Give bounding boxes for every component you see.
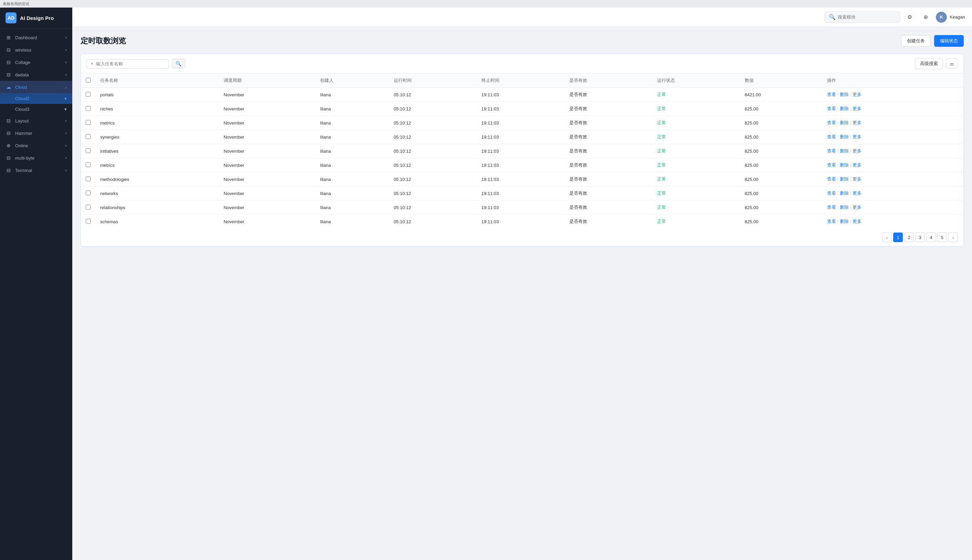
sidebar-item-multi-byte[interactable]: ⊟ multi-byte ▾ bbox=[0, 152, 72, 164]
page-button-2[interactable]: 2 bbox=[904, 233, 914, 242]
settings-button[interactable]: ⚙ bbox=[904, 12, 915, 23]
row-checkbox-cell[interactable] bbox=[81, 158, 95, 172]
action-view[interactable]: 查看 bbox=[827, 92, 836, 98]
col-valid: 是否有效 bbox=[564, 73, 652, 88]
action-more[interactable]: 更多 bbox=[853, 134, 862, 140]
sidebar-item-wireless[interactable]: ⊟ wireless ▾ bbox=[0, 44, 72, 56]
action-more[interactable]: 更多 bbox=[853, 162, 862, 168]
action-view[interactable]: 查看 bbox=[827, 162, 836, 168]
row-checkbox-cell[interactable] bbox=[81, 172, 95, 187]
page-next-button[interactable]: › bbox=[948, 233, 958, 242]
action-view[interactable]: 查看 bbox=[827, 120, 836, 126]
row-checkbox-cell[interactable] bbox=[81, 187, 95, 200]
action-view[interactable]: 查看 bbox=[827, 134, 836, 140]
action-more[interactable]: 更多 bbox=[853, 148, 862, 154]
action-more[interactable]: 更多 bbox=[853, 176, 862, 182]
action-delete[interactable]: 删除 bbox=[840, 190, 849, 197]
row-checkbox[interactable] bbox=[86, 177, 90, 181]
row-name: metrics bbox=[95, 116, 219, 130]
action-more[interactable]: 更多 bbox=[853, 204, 862, 210]
action-delete[interactable]: 删除 bbox=[840, 204, 849, 210]
page-button-1[interactable]: 1 bbox=[893, 233, 903, 242]
action-view[interactable]: 查看 bbox=[827, 176, 836, 182]
user-area[interactable]: K Keagan bbox=[936, 12, 965, 23]
sidebar-item-layout[interactable]: ⊟ Layout ▾ bbox=[0, 115, 72, 127]
action-more[interactable]: 更多 bbox=[853, 120, 862, 126]
action-delete[interactable]: 删除 bbox=[840, 106, 849, 112]
create-task-button[interactable]: 创建任务 bbox=[901, 35, 931, 47]
select-all-cell[interactable] bbox=[81, 73, 95, 88]
filter-search-button[interactable]: 🔍 bbox=[172, 59, 185, 68]
row-checkbox-cell[interactable] bbox=[81, 215, 95, 229]
sidebar-item-cloud[interactable]: ☁ Cloud ▴ bbox=[0, 81, 72, 93]
sidebar-item-collage[interactable]: ⊟ Collage ▾ bbox=[0, 56, 72, 68]
row-checkbox-cell[interactable] bbox=[81, 102, 95, 116]
sidebar-item-cloud2[interactable]: Cloud2 ▾ bbox=[0, 93, 72, 104]
action-more[interactable]: 更多 bbox=[853, 218, 862, 225]
action-more[interactable]: 更多 bbox=[853, 106, 862, 112]
sidebar-item-online[interactable]: ⊕ Online ▾ bbox=[0, 139, 72, 152]
action-view[interactable]: 查看 bbox=[827, 148, 836, 154]
chevron-icon: ▾ bbox=[65, 119, 67, 123]
action-delete[interactable]: 删除 bbox=[840, 120, 849, 126]
action-view[interactable]: 查看 bbox=[827, 106, 836, 112]
action-view[interactable]: 查看 bbox=[827, 190, 836, 197]
row-value: 825.00 bbox=[740, 158, 822, 172]
row-checkbox-cell[interactable] bbox=[81, 200, 95, 215]
action-delete[interactable]: 删除 bbox=[840, 148, 849, 154]
row-checkbox[interactable] bbox=[86, 162, 90, 167]
action-more[interactable]: 更多 bbox=[853, 190, 862, 197]
action-delete[interactable]: 删除 bbox=[840, 176, 849, 182]
task-name-input[interactable] bbox=[96, 61, 165, 67]
advanced-search-button[interactable]: 高级搜索 bbox=[915, 58, 943, 69]
row-checkbox[interactable] bbox=[86, 106, 90, 111]
row-checkbox[interactable] bbox=[86, 205, 90, 210]
filter-input-wrap[interactable]: ▼ bbox=[87, 59, 169, 68]
sidebar-item-label: Layout bbox=[15, 118, 65, 123]
sidebar-logo: AD AI Design Pro bbox=[0, 8, 72, 28]
row-checkbox[interactable] bbox=[86, 190, 90, 195]
search-input[interactable] bbox=[838, 15, 895, 20]
sidebar-item-hammer[interactable]: ⊟ Hammer ▾ bbox=[0, 127, 72, 139]
row-checkbox[interactable] bbox=[86, 134, 90, 139]
add-button[interactable]: ⊕ bbox=[920, 12, 931, 23]
action-delete[interactable]: 删除 bbox=[840, 92, 849, 98]
page-button-5[interactable]: 5 bbox=[937, 233, 947, 242]
row-checkbox-cell[interactable] bbox=[81, 144, 95, 158]
action-sep: | bbox=[850, 204, 851, 210]
action-delete[interactable]: 删除 bbox=[840, 134, 849, 140]
edit-status-button[interactable]: 编辑状态 bbox=[934, 35, 964, 47]
row-checkbox[interactable] bbox=[86, 120, 90, 125]
hammer-icon: ⊟ bbox=[5, 130, 12, 136]
app-container: AD AI Design Pro ⊞ Dashboard ▾ ⊟ wireles… bbox=[0, 8, 972, 560]
action-delete[interactable]: 删除 bbox=[840, 218, 849, 225]
row-checkbox-cell[interactable] bbox=[81, 116, 95, 130]
action-view[interactable]: 查看 bbox=[827, 204, 836, 210]
sidebar-item-cloud3[interactable]: Cloud3 ▾ bbox=[0, 104, 72, 115]
page-button-4[interactable]: 4 bbox=[926, 233, 936, 242]
select-all-checkbox[interactable] bbox=[86, 78, 90, 83]
col-status: 运行状态 bbox=[652, 73, 740, 88]
table-row: networks November Iliana 05:10:12 19:11:… bbox=[81, 187, 964, 200]
action-view[interactable]: 查看 bbox=[827, 218, 836, 225]
row-name: initiatives bbox=[95, 144, 219, 158]
row-checkbox[interactable] bbox=[86, 148, 90, 153]
action-sep: | bbox=[837, 162, 838, 168]
action-more[interactable]: 更多 bbox=[853, 92, 862, 98]
row-endtime: 19:11:03 bbox=[477, 158, 564, 172]
row-checkbox[interactable] bbox=[86, 219, 90, 223]
search-box[interactable]: 🔍 bbox=[824, 12, 900, 23]
row-checkbox-cell[interactable] bbox=[81, 88, 95, 102]
sidebar-item-dadata[interactable]: ⊟ dadata ▾ bbox=[0, 68, 72, 81]
cloud3-label: Cloud3 bbox=[15, 107, 29, 112]
row-checkbox[interactable] bbox=[86, 92, 90, 97]
table-head: 任务名称 调度周期 创建人 运行时间 终止时间 是否有效 运行状态 数值 操作 bbox=[81, 73, 964, 88]
table-row: metrics November Iliana 05:10:12 19:11:0… bbox=[81, 116, 964, 130]
sidebar-item-terminal[interactable]: ⊟ Terminal ▾ bbox=[0, 164, 72, 177]
sidebar-item-dashboard[interactable]: ⊞ Dashboard ▾ bbox=[0, 31, 72, 44]
filter-options-button[interactable]: ⚌ bbox=[946, 58, 958, 69]
row-checkbox-cell[interactable] bbox=[81, 130, 95, 144]
page-button-3[interactable]: 3 bbox=[915, 233, 925, 242]
page-prev-button[interactable]: ‹ bbox=[882, 233, 892, 242]
action-delete[interactable]: 删除 bbox=[840, 162, 849, 168]
